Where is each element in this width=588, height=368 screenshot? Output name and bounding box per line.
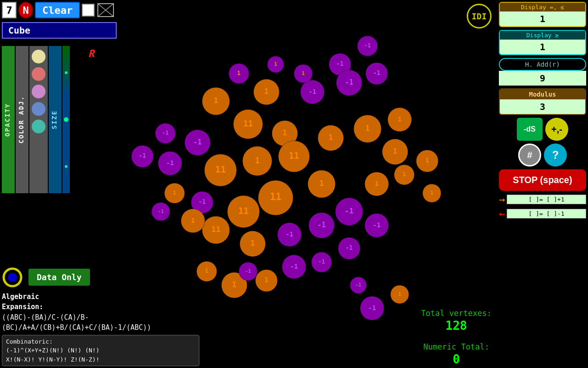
n-button[interactable]: N — [18, 2, 33, 18]
vertexes-label: Total vertexes: — [421, 309, 492, 318]
arrow-right-orange: → — [499, 194, 505, 205]
swatch-3[interactable] — [32, 102, 45, 116]
vertexes-val: 128 — [421, 319, 492, 333]
modulus-val[interactable]: 3 — [500, 99, 585, 114]
swatch-4[interactable] — [32, 120, 45, 133]
swatch-0[interactable] — [32, 50, 45, 63]
display-lte-box[interactable]: Display =, ≤ 1 — [499, 2, 586, 27]
comb-label: Combinatoric: — [6, 338, 53, 345]
combinatoric-box: Combinatoric: (-1)^(X+Y+Z)(N!) (N!) (N!)… — [2, 335, 199, 367]
color-picker[interactable] — [82, 4, 95, 17]
hadd-section: H. Add(r) 9 — [499, 58, 586, 86]
data-only-button[interactable]: Data Only — [28, 269, 90, 286]
right-panel: Display =, ≤ 1 Display ≥ 1 H. Add(r) 9 M… — [499, 2, 586, 219]
toolbar-number: 7 — [2, 2, 17, 18]
frame-icon[interactable] — [96, 2, 115, 18]
swatches-col — [29, 46, 48, 193]
arrow-minus-row: ← [ ]= [ ]-1 — [499, 208, 586, 219]
toolbar: 7 N Clear — [2, 2, 115, 18]
data-only-row: Data Only — [2, 267, 199, 288]
modulus-box: Modulus 3 — [499, 88, 586, 115]
stats-panel: Total vertexes: 128 Numeric Total: 0 — [421, 309, 492, 366]
opacity-label[interactable]: OPACITY — [2, 46, 15, 193]
plus-minus-button[interactable]: +,- — [545, 118, 568, 141]
question-button[interactable]: ? — [544, 144, 567, 167]
hadd-val: 9 — [499, 71, 586, 86]
size-gradient — [62, 46, 70, 193]
arrow-plus-row: → [ ]= [ ]+1 — [499, 194, 586, 205]
display-lte-val[interactable]: 1 — [500, 12, 585, 26]
ring-icon — [2, 267, 23, 288]
shape-name[interactable]: Cube — [2, 22, 117, 39]
expansion-label: Expansion: — [2, 303, 43, 311]
display-lte-header: Display =, ≤ — [500, 3, 585, 12]
comb-formula-top: (-1)^(X+Y+Z)(N!) (N!) (N!) — [6, 347, 100, 354]
idi-button[interactable]: IDI — [467, 4, 492, 29]
size-dot-small — [65, 71, 68, 74]
display-gte-val[interactable]: 1 — [500, 40, 585, 54]
util-buttons-row: # ? — [499, 144, 586, 167]
display-gte-header: Display ≥ — [500, 31, 585, 40]
display-gte-box[interactable]: Display ≥ 1 — [499, 30, 586, 55]
modulus-header: Modulus — [500, 89, 585, 99]
algebraic-title: Algebraic — [2, 293, 39, 301]
color-adj-label[interactable]: COLOR ADJ. — [16, 46, 28, 193]
action-buttons-row: -dS +,- — [499, 118, 586, 141]
arrow-left-red: ← — [499, 208, 505, 219]
bottom-left: Data Only Algebraic Expansion: ((ABC)-(B… — [2, 267, 199, 367]
total-val: 0 — [421, 352, 492, 366]
r-label: R — [88, 48, 94, 59]
ds-button[interactable]: -dS — [517, 118, 543, 141]
expansion-formula: ((ABC)-(BA)/C-(CA)/B-(BC)/A+A/(CB)+B/(CA… — [2, 313, 151, 332]
svg-point-4 — [8, 273, 17, 282]
size-dot-med — [64, 117, 68, 122]
hash-button[interactable]: # — [518, 144, 541, 167]
size-label[interactable]: SIZE — [49, 46, 62, 193]
size-dot-small2 — [65, 165, 68, 168]
total-label: Numeric Total: — [421, 342, 492, 351]
clear-button[interactable]: Clear — [35, 2, 80, 18]
algebraic-section: Algebraic Expansion: ((ABC)-(BA)/C-(CA)/… — [2, 292, 199, 333]
swatch-2[interactable] — [32, 85, 45, 98]
arrow-minus-formula[interactable]: [ ]= [ ]-1 — [507, 209, 586, 218]
stop-button[interactable]: STOP (space) — [499, 169, 586, 191]
hadd-button[interactable]: H. Add(r) — [499, 58, 586, 71]
swatch-1[interactable] — [32, 67, 45, 81]
left-panel: OPACITY COLOR ADJ. SIZE — [2, 46, 70, 193]
arrow-plus-formula[interactable]: [ ]= [ ]+1 — [507, 195, 586, 204]
comb-formula-bot: X!(N-X)! Y!(N-Y)! Z!(N-Z)! — [6, 356, 100, 363]
